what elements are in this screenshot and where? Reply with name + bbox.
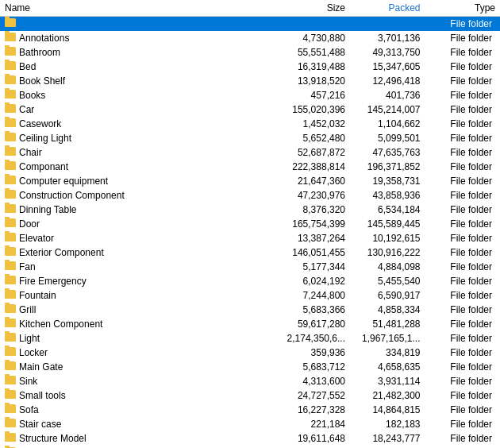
table-row[interactable]: Computer equipment21,647,36019,358,731Fi…: [0, 174, 500, 188]
table-row[interactable]: Ceiling Light5,652,4805,099,501File fold…: [0, 131, 500, 145]
table-row[interactable]: Fire Emergency6,024,1925,455,540File fol…: [0, 274, 500, 288]
cell-name: Bathroom: [0, 45, 275, 60]
file-name: Stair case: [19, 419, 61, 430]
table-row[interactable]: Construction Component47,230,97643,858,9…: [0, 188, 500, 203]
table-row[interactable]: Main Gate5,683,7124,658,635File folder: [0, 360, 500, 374]
table-row[interactable]: Locker359,936334,819File folder: [0, 346, 500, 360]
cell-packed: 196,371,852: [350, 160, 425, 174]
table-row[interactable]: Elevator13,387,26410,192,615File folder: [0, 231, 500, 245]
cell-packed: 21,482,300: [350, 388, 425, 403]
cell-size: 59,617,280: [275, 317, 351, 331]
table-row[interactable]: Book Shelf13,918,52012,496,418File folde…: [0, 74, 500, 88]
cell-packed: 3,701,136: [350, 31, 425, 45]
table-row[interactable]: File folder: [0, 17, 500, 31]
file-name: Exterior Component: [19, 247, 104, 258]
cell-name: Annotations: [0, 31, 275, 45]
table-row[interactable]: Sink4,313,6003,931,114File folder: [0, 374, 500, 388]
cell-packed: 401,736: [350, 88, 425, 102]
folder-icon: [5, 61, 16, 70]
cell-size: 5,683,712: [275, 360, 351, 374]
cell-name: Chair: [0, 145, 275, 160]
folder-icon: [5, 233, 16, 241]
cell-name: Locker: [0, 346, 275, 360]
table-row[interactable]: Door165,754,399145,589,445File folder: [0, 217, 500, 231]
cell-size: 4,730,880: [275, 31, 351, 45]
cell-size: 146,051,455: [275, 245, 351, 260]
table-row[interactable]: Stair case221,184182,183File folder: [0, 417, 500, 431]
table-row[interactable]: Car155,020,396145,214,007File folder: [0, 102, 500, 117]
cell-type: File folder: [425, 417, 501, 431]
file-name: Elevator: [19, 233, 54, 244]
cell-packed: 334,819: [350, 346, 425, 360]
table-row[interactable]: Exterior Component146,051,455130,916,222…: [0, 245, 500, 260]
header-type[interactable]: Type: [425, 0, 501, 17]
cell-packed: 6,590,917: [350, 288, 425, 303]
table-row[interactable]: Light2,174,350,6...1,967,165,1...File fo…: [0, 331, 500, 346]
cell-packed: 4,884,098: [350, 260, 425, 274]
cell-type: File folder: [425, 374, 501, 388]
table-row[interactable]: Books457,216401,736File folder: [0, 88, 500, 102]
cell-size: 6,024,192: [275, 274, 351, 288]
table-row[interactable]: Fountain7,244,8006,590,917File folder: [0, 288, 500, 303]
cell-name: Fire Emergency: [0, 274, 275, 288]
cell-name: Dinning Table: [0, 203, 275, 217]
cell-size: 165,754,399: [275, 217, 351, 231]
cell-size: 8,376,320: [275, 203, 351, 217]
file-name: Computer equipment: [19, 176, 108, 187]
file-table: Name Size Packed Type File folderAnnotat…: [0, 0, 500, 448]
file-name: Small tools: [19, 390, 66, 401]
file-name: Grill: [19, 304, 36, 315]
folder-icon: [5, 347, 16, 356]
table-row[interactable]: Kitchen Component59,617,28051,481,288Fil…: [0, 317, 500, 331]
cell-size: 16,227,328: [275, 403, 351, 417]
cell-packed: 18,243,777: [350, 431, 425, 446]
file-name: Books: [19, 90, 45, 101]
folder-icon: [5, 361, 16, 370]
folder-icon: [5, 247, 16, 256]
cell-name: Light: [0, 331, 275, 346]
header-name[interactable]: Name: [0, 0, 275, 17]
header-packed[interactable]: Packed: [350, 0, 425, 17]
folder-icon: [5, 276, 16, 284]
table-row[interactable]: Fan5,177,3444,884,098File folder: [0, 260, 500, 274]
cell-type: File folder: [425, 388, 501, 403]
cell-type: File folder: [425, 31, 501, 45]
table-row[interactable]: Casework1,452,0321,104,662File folder: [0, 117, 500, 131]
folder-icon: [5, 18, 16, 27]
cell-size: 155,020,396: [275, 102, 351, 117]
cell-packed: 4,858,334: [350, 303, 425, 317]
table-row[interactable]: Annotations4,730,8803,701,136File folder: [0, 31, 500, 45]
file-name: Chair: [19, 147, 42, 158]
cell-size: 13,387,264: [275, 231, 351, 245]
cell-type: File folder: [425, 274, 501, 288]
cell-size: 7,244,800: [275, 288, 351, 303]
file-list-container[interactable]: Name Size Packed Type File folderAnnotat…: [0, 0, 500, 448]
cell-type: File folder: [425, 131, 501, 145]
table-row[interactable]: Structure Model19,611,64818,243,777File …: [0, 431, 500, 446]
table-row[interactable]: Bathroom55,551,48849,313,750File folder: [0, 45, 500, 60]
cell-type: File folder: [425, 145, 501, 160]
cell-size: [275, 17, 351, 31]
table-body: File folderAnnotations4,730,8803,701,136…: [0, 17, 500, 449]
file-name: Bed: [19, 61, 36, 72]
file-name: Ceiling Light: [19, 133, 71, 144]
cell-type: File folder: [425, 446, 501, 449]
table-row[interactable]: Componant222,388,814196,371,852File fold…: [0, 160, 500, 174]
folder-icon: [5, 218, 16, 227]
cell-packed: 5,099,501: [350, 131, 425, 145]
cell-packed: 130,916,222: [350, 245, 425, 260]
file-name: Casework: [19, 118, 61, 129]
table-row[interactable]: Chair52,687,87247,635,763File folder: [0, 145, 500, 160]
file-name: Fountain: [19, 290, 56, 301]
cell-size: 55,551,488: [275, 45, 351, 60]
table-row[interactable]: Dinning Table8,376,3206,534,184File fold…: [0, 203, 500, 217]
table-row[interactable]: Sofa16,227,32814,864,815File folder: [0, 403, 500, 417]
table-row[interactable]: Grill5,683,3664,858,334File folder: [0, 303, 500, 317]
cell-type: File folder: [425, 317, 501, 331]
folder-icon: [5, 90, 16, 98]
table-row[interactable]: Bed16,319,48815,347,605File folder: [0, 60, 500, 74]
table-row[interactable]: Table11,230,72010,293,896File folder: [0, 446, 500, 449]
cell-size: 5,652,480: [275, 131, 351, 145]
header-size[interactable]: Size: [275, 0, 351, 17]
table-row[interactable]: Small tools24,727,55221,482,300File fold…: [0, 388, 500, 403]
